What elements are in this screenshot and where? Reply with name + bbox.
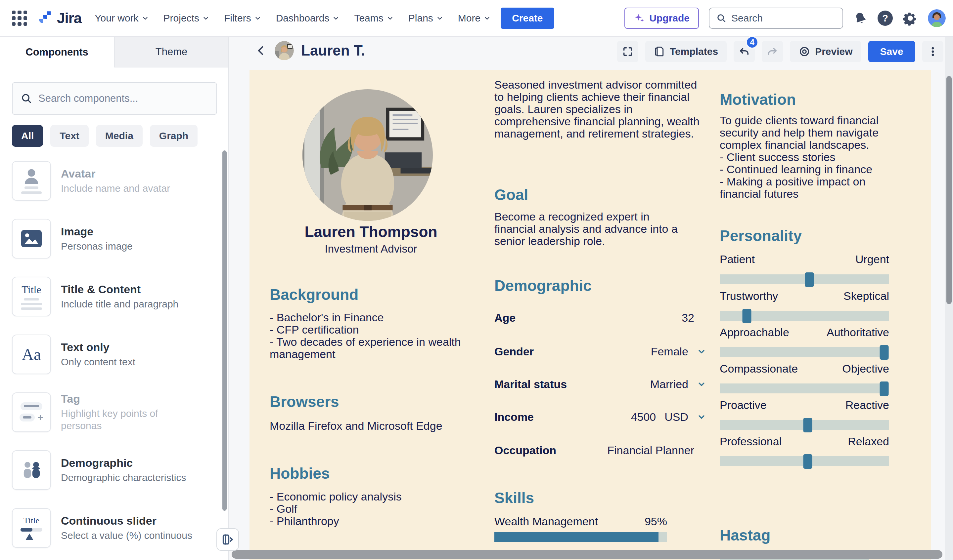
component-item-demographic[interactable]: Demographic Demographic characteristics (12, 450, 200, 490)
nav-item-your-work[interactable]: Your work (95, 12, 149, 24)
skill-row: Wealth Management 95% (494, 515, 667, 528)
upgrade-button[interactable]: Upgrade (624, 8, 699, 29)
create-button[interactable]: Create (501, 8, 554, 29)
search-input[interactable] (731, 12, 836, 24)
components-sidebar: Components Theme All Text Media Graph (0, 37, 229, 560)
hobbies-list[interactable]: - Economic policy analysis - Golf - Phil… (270, 490, 472, 527)
sidebar-collapse-button[interactable] (216, 528, 239, 551)
age-value[interactable]: 32 (681, 311, 694, 324)
settings-gear-icon[interactable] (903, 11, 918, 26)
more-options-kebab-icon[interactable] (922, 41, 944, 62)
nav-item-plans[interactable]: Plans (408, 12, 443, 24)
page-vertical-scrollbar-thumb[interactable] (946, 76, 951, 304)
section-heading-skills[interactable]: Skills (494, 489, 706, 507)
skill-label: Wealth Management (494, 515, 598, 528)
gender-dropdown-chevron-icon[interactable] (697, 347, 706, 356)
components-search[interactable] (12, 82, 217, 115)
section-heading-hobbies[interactable]: Hobbies (270, 464, 472, 482)
filter-all[interactable]: All (12, 125, 43, 147)
goal-text[interactable]: Become a recognized expert in financial … (494, 210, 693, 247)
component-item-tag[interactable]: + Tag Highlight key points of personas (12, 392, 200, 432)
marital-dropdown-chevron-icon[interactable] (697, 379, 706, 389)
tab-theme[interactable]: Theme (114, 37, 228, 67)
component-item-text-only[interactable]: Aa Text only Only content text (12, 334, 200, 374)
skill-progress-bar[interactable] (494, 532, 667, 542)
user-avatar[interactable] (928, 9, 946, 27)
filter-graph[interactable]: Graph (150, 125, 197, 147)
browsers-text[interactable]: Mozilla Firefox and Microsoft Edge (270, 420, 472, 432)
gender-value[interactable]: Female (651, 345, 688, 358)
currency-dropdown-chevron-icon[interactable] (697, 412, 706, 421)
personality-slider-approachable-authoritative[interactable] (720, 347, 889, 357)
slider-thumb[interactable] (805, 272, 814, 287)
section-heading-goal[interactable]: Goal (494, 186, 706, 204)
section-heading-hastag[interactable]: Hastag (720, 526, 889, 544)
slider-thumb[interactable] (880, 345, 888, 360)
component-item-continuous-slider[interactable]: Title Continuous slider Select a value (… (12, 508, 200, 548)
sidebar-scrollbar[interactable] (222, 150, 227, 511)
persona-summary[interactable]: Seasoned investment advisor committed to… (494, 79, 700, 140)
personality-slider-proactive-reactive[interactable] (720, 420, 889, 430)
fullscreen-button[interactable] (617, 41, 638, 62)
occupation-value[interactable]: Financial Planner (607, 444, 694, 457)
nav-item-teams[interactable]: Teams (354, 12, 393, 24)
title-content-card-icon: Title (12, 277, 51, 316)
persona-avatar-small (275, 41, 294, 60)
component-item-title-content[interactable]: Title Title & Content Include title and … (12, 277, 200, 316)
income-currency[interactable]: USD (664, 411, 688, 424)
motivation-text[interactable]: To guide clients toward financial securi… (720, 114, 889, 200)
nav-item-more[interactable]: More (458, 12, 491, 24)
demographic-row-occupation: Occupation Financial Planner (494, 442, 706, 458)
slider-thumb[interactable] (803, 418, 812, 432)
avatar-card-icon (12, 161, 51, 201)
marital-status-value[interactable]: Married (650, 378, 688, 391)
slider-thumb[interactable] (803, 454, 812, 469)
demographic-row-gender: Gender Female (494, 344, 706, 359)
back-button[interactable] (255, 44, 267, 57)
income-value[interactable]: 4500 (631, 411, 656, 424)
save-button[interactable]: Save (868, 41, 915, 62)
nav-item-dashboards[interactable]: Dashboards (276, 12, 340, 24)
nav-item-projects[interactable]: Projects (163, 12, 210, 24)
section-heading-demographic[interactable]: Demographic (494, 277, 706, 294)
slider-thumb[interactable] (742, 309, 751, 323)
nav-menu: Your work Projects Filters Dashboards Te… (95, 12, 491, 24)
filter-text[interactable]: Text (50, 125, 88, 147)
section-heading-personality[interactable]: Personality (720, 227, 889, 244)
section-heading-motivation[interactable]: Motivation (720, 91, 889, 108)
nav-item-filters[interactable]: Filters (224, 12, 261, 24)
jira-logo[interactable]: Jira (36, 9, 81, 27)
personality-slider-compassionate-objective[interactable] (720, 384, 889, 393)
component-item-avatar[interactable]: Avatar Include name and avatar (12, 161, 200, 201)
redo-button[interactable] (762, 41, 783, 62)
persona-photo[interactable] (303, 89, 433, 221)
global-search[interactable] (709, 8, 843, 29)
personality-slider-professional-relaxed[interactable] (720, 456, 889, 466)
section-heading-background[interactable]: Background (270, 286, 472, 303)
preview-icon (798, 46, 810, 57)
page-title: Lauren T. (301, 42, 365, 59)
jira-logo-icon (36, 9, 54, 27)
tab-components[interactable]: Components (0, 37, 114, 67)
background-list[interactable]: - Bachelor's in Finance - CFP certificat… (270, 311, 472, 360)
preview-button[interactable]: Preview (790, 41, 861, 62)
personality-slider-patient-urgent[interactable] (720, 274, 889, 284)
demographic-row-income: Income 4500 USD (494, 409, 706, 424)
canvas-horizontal-scrollbar[interactable] (231, 550, 942, 559)
demographic-row-marital-status: Marital status Married (494, 376, 706, 392)
notifications-bell-icon[interactable] (853, 11, 868, 25)
component-item-image[interactable]: Image Personas image (12, 219, 200, 258)
filter-media[interactable]: Media (96, 125, 143, 147)
text-only-card-icon: Aa (12, 334, 51, 374)
components-search-input[interactable] (39, 93, 208, 104)
slider-thumb[interactable] (880, 382, 888, 396)
personality-slider-trustworthy-skeptical[interactable] (720, 311, 889, 321)
help-icon[interactable]: ? (877, 11, 893, 26)
section-heading-browsers[interactable]: Browsers (270, 393, 472, 411)
templates-button[interactable]: Templates (645, 41, 727, 62)
persona-canvas[interactable]: Lauren Thompson Investment Advisor Backg… (250, 70, 931, 560)
app-switcher-icon[interactable] (12, 11, 27, 26)
persona-name[interactable]: Lauren Thompson (270, 223, 472, 241)
persona-role[interactable]: Investment Advisor (270, 243, 472, 255)
templates-copy-icon (654, 46, 665, 57)
